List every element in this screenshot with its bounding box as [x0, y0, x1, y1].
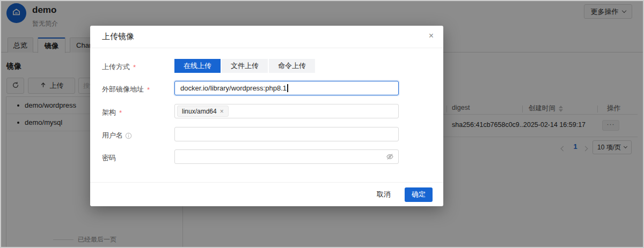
- segment-command-upload[interactable]: 命令上传: [269, 59, 315, 73]
- dialog-title: 上传镜像: [102, 32, 134, 42]
- required-marker: *: [133, 63, 136, 71]
- upload-method-segments: 在线上传 文件上传 命令上传: [174, 59, 315, 73]
- segment-online-upload[interactable]: 在线上传: [174, 59, 221, 73]
- cancel-button[interactable]: 取消: [377, 190, 391, 199]
- required-marker: *: [119, 109, 122, 117]
- upload-image-dialog: 上传镜像 × 上传方式 * 在线上传 文件上传 命令上传 外部镜像地址 * do…: [90, 26, 443, 206]
- password-input[interactable]: [174, 149, 399, 164]
- tag-remove-icon[interactable]: ×: [220, 108, 224, 115]
- username-input[interactable]: [174, 127, 399, 141]
- info-icon: [125, 132, 132, 139]
- password-label: 密码: [102, 153, 116, 163]
- eye-off-icon[interactable]: [386, 153, 394, 163]
- confirm-button[interactable]: 确定: [405, 187, 433, 202]
- username-label: 用户名: [102, 131, 132, 140]
- text-cursor: [287, 84, 288, 92]
- arch-tag: linux/amd64 ×: [177, 106, 229, 117]
- password-field-wrap: [174, 149, 399, 164]
- segment-file-upload[interactable]: 文件上传: [222, 59, 268, 73]
- close-icon[interactable]: ×: [429, 32, 434, 40]
- image-address-input[interactable]: docker.io/library/wordpress:php8.1: [174, 81, 399, 95]
- dialog-header: 上传镜像 ×: [90, 26, 443, 48]
- image-address-label: 外部镜像地址 *: [102, 85, 150, 94]
- dialog-footer: 取消 确定: [90, 182, 443, 206]
- required-marker: *: [147, 86, 150, 94]
- upload-method-label: 上传方式 *: [102, 62, 136, 72]
- arch-label: 架构 *: [102, 108, 122, 117]
- app-window: demo 暂无简介 更多操作 总览 镜像 Chart 镜像: [0, 0, 644, 248]
- arch-select[interactable]: linux/amd64 ×: [174, 104, 399, 118]
